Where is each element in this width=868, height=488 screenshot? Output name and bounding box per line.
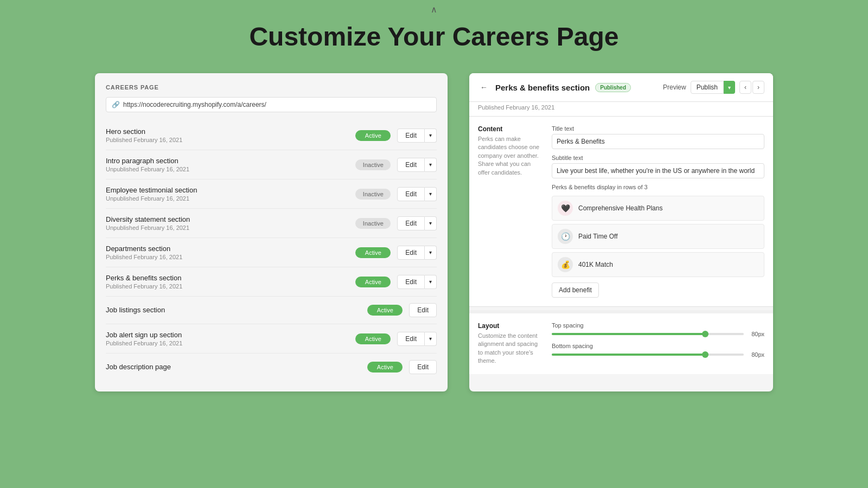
- edit-dropdown-button[interactable]: ▾: [425, 129, 437, 143]
- preview-button[interactable]: Preview: [663, 84, 686, 91]
- edit-button[interactable]: Edit: [409, 303, 437, 317]
- edit-btn-group: Edit ▾: [397, 216, 437, 230]
- published-badge: Published: [595, 83, 631, 92]
- section-name: Diversity statement section: [106, 215, 355, 223]
- table-row: Departments section Published February 1…: [106, 238, 437, 267]
- section-name: Hero section: [106, 127, 355, 136]
- edit-btn-group: Edit ▾: [397, 187, 437, 201]
- content-label: Content: [478, 125, 543, 133]
- edit-button[interactable]: Edit: [397, 187, 425, 201]
- layout-sidebar: Layout Customize the content alignment a…: [478, 322, 543, 365]
- section-info: Hero section Published February 16, 2021: [106, 127, 355, 143]
- top-spacing-slider-row: 80px: [552, 331, 764, 337]
- edit-button[interactable]: Edit: [409, 360, 437, 374]
- list-item[interactable]: 💰 401K Match: [552, 252, 764, 277]
- panel-section-title: Perks & benefits section: [495, 83, 590, 92]
- back-button[interactable]: ←: [478, 82, 490, 93]
- top-chevron[interactable]: ∧: [431, 4, 437, 15]
- status-badge: Inactive: [355, 189, 391, 200]
- top-spacing-label: Top spacing: [552, 322, 764, 329]
- table-row: Job listings section Active Edit: [106, 297, 437, 324]
- edit-dropdown-button[interactable]: ▾: [425, 275, 437, 289]
- edit-button[interactable]: Edit: [397, 129, 425, 143]
- careers-panel: CAREERS PAGE 🔗 https://nocoderecruiting.…: [95, 73, 448, 391]
- status-badge: Active: [367, 362, 403, 373]
- layout-header: Layout Customize the content alignment a…: [478, 322, 764, 365]
- layout-label: Layout: [478, 322, 543, 330]
- panel-subtitle: Published February 16, 2021: [469, 102, 773, 117]
- section-date: Published February 16, 2021: [106, 283, 355, 290]
- money-icon: 💰: [558, 257, 573, 272]
- edit-panel: ← Perks & benefits section Published Pre…: [469, 73, 773, 391]
- edit-dropdown-button[interactable]: ▾: [425, 158, 437, 172]
- section-list: Hero section Published February 16, 2021…: [106, 121, 437, 381]
- status-badge: Inactive: [355, 159, 391, 170]
- status-badge: Active: [355, 333, 391, 344]
- content-form: Title text Subtitle text Perks & benefit…: [552, 125, 764, 298]
- section-name: Intro paragraph section: [106, 157, 355, 165]
- next-arrow-button[interactable]: ›: [752, 81, 764, 94]
- table-row: Diversity statement section Unpublished …: [106, 209, 437, 238]
- section-date: Published February 16, 2021: [106, 340, 355, 346]
- publish-btn-group: Publish ▾: [691, 81, 735, 94]
- edit-button[interactable]: Edit: [397, 158, 425, 172]
- content-section-sidebar: Content Perks can make candidates choose…: [478, 125, 543, 298]
- bottom-spacing-thumb[interactable]: [702, 351, 709, 358]
- edit-btn-group: Edit ▾: [397, 246, 437, 260]
- edit-btn-group: Edit ▾: [397, 332, 437, 346]
- edit-button[interactable]: Edit: [397, 275, 425, 289]
- edit-btn-group: Edit ▾: [397, 129, 437, 143]
- layout-section: Layout Customize the content alignment a…: [469, 313, 773, 374]
- section-date: Published February 16, 2021: [106, 254, 355, 260]
- edit-button[interactable]: Edit: [397, 246, 425, 260]
- bottom-spacing-value: 80px: [748, 351, 764, 358]
- edit-btn-group: Edit ▾: [397, 275, 437, 289]
- section-info: Intro paragraph section Unpublished Febr…: [106, 157, 355, 172]
- edit-button[interactable]: Edit: [397, 216, 425, 230]
- nav-arrows: ‹ ›: [739, 81, 764, 94]
- status-badge: Active: [367, 305, 403, 316]
- title-text-label: Title text: [552, 125, 764, 132]
- prev-arrow-button[interactable]: ‹: [739, 81, 751, 94]
- section-date: Unpublished February 16, 2021: [106, 166, 355, 172]
- subtitle-text-input[interactable]: [552, 163, 764, 178]
- table-row: Job description page Active Edit: [106, 354, 437, 381]
- benefit-name: Paid Time Off: [578, 233, 617, 240]
- edit-dropdown-button[interactable]: ▾: [425, 187, 437, 201]
- title-text-input[interactable]: [552, 134, 764, 149]
- section-name: Job description page: [106, 363, 367, 371]
- layout-desc: Customize the content alignment and spac…: [478, 332, 543, 365]
- edit-button[interactable]: Edit: [397, 332, 425, 346]
- section-name: Employee testimonial section: [106, 186, 355, 194]
- list-item[interactable]: 🕐 Paid Time Off: [552, 224, 764, 249]
- edit-dropdown-button[interactable]: ▾: [425, 216, 437, 230]
- edit-dropdown-button[interactable]: ▾: [425, 246, 437, 260]
- publish-button[interactable]: Publish: [691, 81, 724, 94]
- table-row: Job alert sign up section Published Febr…: [106, 324, 437, 354]
- section-info: Job description page: [106, 363, 367, 372]
- edit-dropdown-button[interactable]: ▾: [425, 332, 437, 346]
- section-info: Job alert sign up section Published Febr…: [106, 331, 355, 346]
- top-spacing-track: [552, 333, 744, 335]
- content-desc: Perks can make candidates choose one com…: [478, 135, 543, 177]
- section-info: Perks & benefits section Published Febru…: [106, 274, 355, 290]
- table-row: Employee testimonial section Unpublished…: [106, 179, 437, 209]
- publish-dropdown-button[interactable]: ▾: [724, 81, 735, 94]
- bottom-spacing-fill: [552, 354, 705, 356]
- benefit-name: Comprehensive Health Plans: [578, 204, 662, 212]
- section-info: Job listings section: [106, 306, 367, 315]
- list-item[interactable]: 🖤 Comprehensive Health Plans: [552, 196, 764, 221]
- top-spacing-thumb[interactable]: [702, 331, 709, 337]
- top-spacing-row: Top spacing 80px: [552, 322, 764, 337]
- heart-icon: 🖤: [558, 201, 573, 216]
- table-row: Perks & benefits section Published Febru…: [106, 267, 437, 297]
- edit-panel-body: Content Perks can make candidates choose…: [469, 117, 773, 377]
- section-date: Unpublished February 16, 2021: [106, 224, 355, 231]
- perks-display-info: Perks & benefits display in rows of 3: [552, 184, 764, 190]
- url-bar[interactable]: 🔗 https://nocoderecruiting.myshopify.com…: [106, 97, 437, 112]
- content-section: Content Perks can make candidates choose…: [469, 117, 773, 307]
- top-spacing-fill: [552, 333, 705, 335]
- status-badge: Active: [355, 130, 391, 141]
- section-date: Published February 16, 2021: [106, 137, 355, 143]
- add-benefit-button[interactable]: Add benefit: [552, 282, 599, 298]
